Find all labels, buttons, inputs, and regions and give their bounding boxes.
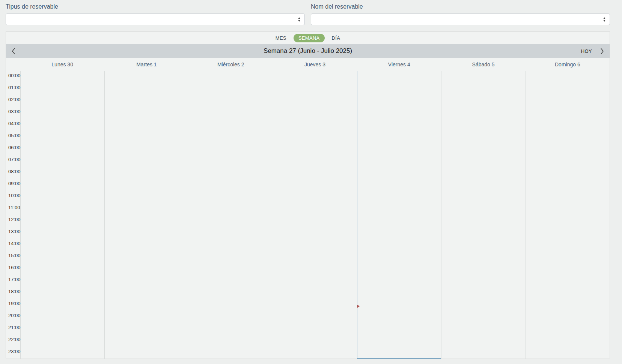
time-slot[interactable] bbox=[189, 179, 273, 191]
time-slot[interactable] bbox=[273, 191, 357, 203]
time-slot[interactable] bbox=[20, 119, 104, 131]
time-slot[interactable] bbox=[20, 191, 104, 203]
time-slot[interactable] bbox=[273, 215, 357, 227]
time-slot[interactable] bbox=[357, 143, 441, 155]
time-slot[interactable] bbox=[526, 155, 610, 167]
time-slot[interactable] bbox=[104, 179, 188, 191]
time-slot[interactable] bbox=[441, 107, 525, 119]
time-slot[interactable] bbox=[441, 71, 525, 83]
time-slot[interactable] bbox=[357, 83, 441, 95]
time-slot[interactable] bbox=[441, 203, 525, 215]
time-slot[interactable] bbox=[104, 323, 188, 335]
name-filter-select[interactable] bbox=[311, 13, 610, 25]
time-slot[interactable] bbox=[357, 155, 441, 167]
time-slot[interactable] bbox=[441, 179, 525, 191]
time-slot[interactable] bbox=[20, 95, 104, 107]
time-slot[interactable] bbox=[189, 83, 273, 95]
time-slot[interactable] bbox=[104, 227, 188, 239]
time-slot[interactable] bbox=[189, 215, 273, 227]
time-slot[interactable] bbox=[357, 239, 441, 251]
time-slot[interactable] bbox=[526, 335, 610, 347]
time-slot[interactable] bbox=[441, 251, 525, 263]
time-slot[interactable] bbox=[526, 167, 610, 179]
time-slot[interactable] bbox=[20, 227, 104, 239]
time-slot[interactable] bbox=[273, 275, 357, 287]
time-slot[interactable] bbox=[273, 155, 357, 167]
time-slot[interactable] bbox=[357, 107, 441, 119]
time-slot[interactable] bbox=[273, 323, 357, 335]
time-slot[interactable] bbox=[189, 311, 273, 323]
time-slot[interactable] bbox=[273, 263, 357, 275]
time-slot[interactable] bbox=[104, 143, 188, 155]
time-slot[interactable] bbox=[104, 263, 188, 275]
time-slot[interactable] bbox=[526, 83, 610, 95]
time-slot[interactable] bbox=[273, 251, 357, 263]
time-slot[interactable] bbox=[189, 299, 273, 311]
type-filter-select[interactable] bbox=[6, 13, 305, 25]
time-slot[interactable] bbox=[20, 263, 104, 275]
time-slot[interactable] bbox=[273, 107, 357, 119]
time-slot[interactable] bbox=[357, 263, 441, 275]
time-slot[interactable] bbox=[273, 179, 357, 191]
time-slot[interactable] bbox=[20, 215, 104, 227]
time-slot[interactable] bbox=[189, 191, 273, 203]
time-slot[interactable] bbox=[441, 119, 525, 131]
time-slot[interactable] bbox=[20, 107, 104, 119]
time-slot[interactable] bbox=[20, 275, 104, 287]
time-slot[interactable] bbox=[104, 275, 188, 287]
time-slot[interactable] bbox=[104, 215, 188, 227]
time-slot[interactable] bbox=[526, 275, 610, 287]
time-slot[interactable] bbox=[441, 311, 525, 323]
time-slot[interactable] bbox=[526, 107, 610, 119]
time-slot[interactable] bbox=[441, 155, 525, 167]
time-slot[interactable] bbox=[357, 191, 441, 203]
time-slot[interactable] bbox=[189, 107, 273, 119]
time-slot[interactable] bbox=[526, 71, 610, 83]
time-slot[interactable] bbox=[20, 323, 104, 335]
view-toggle-mes[interactable]: MES bbox=[274, 34, 288, 42]
time-slot[interactable] bbox=[189, 323, 273, 335]
time-slot[interactable] bbox=[526, 143, 610, 155]
time-slot[interactable] bbox=[273, 227, 357, 239]
time-slot[interactable] bbox=[104, 299, 188, 311]
time-slot[interactable] bbox=[526, 287, 610, 299]
time-slot[interactable] bbox=[189, 335, 273, 347]
time-slot[interactable] bbox=[441, 131, 525, 143]
time-slot[interactable] bbox=[526, 299, 610, 311]
time-slot[interactable] bbox=[189, 71, 273, 83]
time-slot[interactable] bbox=[357, 203, 441, 215]
time-slot[interactable] bbox=[441, 83, 525, 95]
time-slot[interactable] bbox=[104, 83, 188, 95]
time-slot[interactable] bbox=[526, 119, 610, 131]
time-slot[interactable] bbox=[357, 323, 441, 335]
time-slot[interactable] bbox=[273, 239, 357, 251]
time-slot[interactable] bbox=[526, 131, 610, 143]
time-slot[interactable] bbox=[273, 71, 357, 83]
time-slot[interactable] bbox=[357, 227, 441, 239]
time-slot[interactable] bbox=[20, 179, 104, 191]
time-slot[interactable] bbox=[104, 347, 188, 359]
time-slot[interactable] bbox=[20, 143, 104, 155]
today-button[interactable]: HOY bbox=[581, 48, 592, 54]
time-slot[interactable] bbox=[20, 299, 104, 311]
time-slot[interactable] bbox=[357, 347, 441, 359]
time-slot[interactable] bbox=[526, 251, 610, 263]
time-slot[interactable] bbox=[273, 119, 357, 131]
time-slot[interactable] bbox=[189, 347, 273, 359]
time-slot[interactable] bbox=[20, 131, 104, 143]
time-slot[interactable] bbox=[189, 239, 273, 251]
time-slot[interactable] bbox=[104, 203, 188, 215]
view-toggle-dia[interactable]: DÍA bbox=[330, 34, 342, 42]
time-slot[interactable] bbox=[20, 71, 104, 83]
time-slot[interactable] bbox=[273, 287, 357, 299]
time-slot[interactable] bbox=[526, 215, 610, 227]
time-slot[interactable] bbox=[441, 347, 525, 359]
time-slot[interactable] bbox=[20, 83, 104, 95]
time-slot[interactable] bbox=[189, 227, 273, 239]
time-slot[interactable] bbox=[189, 155, 273, 167]
time-slot[interactable] bbox=[357, 311, 441, 323]
time-slot[interactable] bbox=[357, 299, 441, 311]
time-slot[interactable] bbox=[189, 287, 273, 299]
time-slot[interactable] bbox=[104, 71, 188, 83]
time-slot[interactable] bbox=[526, 347, 610, 359]
